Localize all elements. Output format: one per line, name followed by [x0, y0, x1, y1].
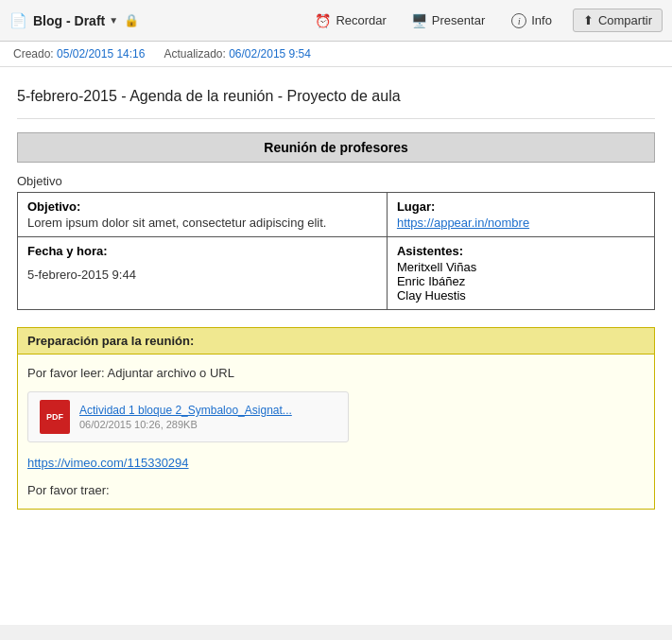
lock-icon: 🔒 [124, 13, 139, 27]
presentar-label: Presentar [432, 13, 485, 27]
lugar-cell: Lugar: https://appear.in/nombre [387, 193, 654, 237]
asistentes-cell-label: Asistentes: [397, 244, 645, 258]
main-content: 5-febrero-2015 - Agenda de la reunión - … [0, 67, 672, 625]
table-row-objetivo-lugar: Objetivo: Lorem ipsum dolor sit amet, co… [18, 193, 655, 237]
attendee-2: Enric Ibáñez [397, 274, 645, 288]
blog-title: Blog - Draft ▼ [33, 13, 118, 28]
created-section: Creado: 05/02/2015 14:16 [13, 47, 145, 61]
toolbar: 📄 Blog - Draft ▼ 🔒 ⏰ Recordar 🖥️ Present… [0, 0, 672, 42]
attendee-3: Clay Huestis [397, 288, 645, 303]
table-row-fecha-asistentes: Fecha y hora: 5-febrero-2015 9:44 Asiste… [18, 237, 655, 310]
presentar-button[interactable]: 🖥️ Presentar [405, 10, 491, 31]
fecha-cell-value: 5-febrero-2015 9:44 [27, 268, 377, 282]
compartir-button[interactable]: ⬆ Compartir [573, 9, 663, 32]
presentar-icon: 🖥️ [411, 13, 427, 28]
prep-section: Preparación para la reunión: Por favor l… [17, 327, 655, 510]
fecha-cell: Fecha y hora: 5-febrero-2015 9:44 [18, 237, 388, 310]
por-favor-traer: Por favor traer: [27, 483, 645, 497]
objetivo-label: Objetivo [17, 174, 655, 188]
updated-section: Actualizado: 06/02/2015 9:54 [164, 47, 310, 61]
info-icon: i [511, 13, 526, 28]
lugar-cell-label: Lugar: [397, 199, 645, 214]
file-info: Actividad 1 bloque 2_Symbaloo_Asignat...… [79, 404, 292, 430]
recordar-label: Recordar [336, 13, 386, 27]
created-label: Creado: [13, 47, 54, 61]
lugar-link[interactable]: https://appear.in/nombre [397, 216, 645, 230]
compartir-icon: ⬆ [583, 13, 594, 27]
attendee-1: Meritxell Viñas [397, 260, 645, 274]
objetivo-cell-value: Lorem ipsum dolor sit amet, consectetur … [27, 216, 377, 230]
pdf-icon: PDF [40, 400, 70, 434]
asistentes-cell: Asistentes: Meritxell Viñas Enric Ibáñez… [387, 237, 654, 310]
prep-body: Por favor leer: Adjuntar archivo o URL P… [18, 355, 654, 509]
info-table: Objetivo: Lorem ipsum dolor sit amet, co… [17, 192, 655, 310]
note-title: 5-febrero-2015 - Agenda de la reunión - … [17, 80, 655, 119]
objetivo-cell-label: Objetivo: [27, 199, 377, 214]
objetivo-cell: Objetivo: Lorem ipsum dolor sit amet, co… [18, 193, 388, 237]
file-name: Actividad 1 bloque 2_Symbaloo_Asignat... [79, 404, 292, 417]
vimeo-link[interactable]: https://vimeo.com/115330294 [27, 456, 645, 470]
prep-text-1: Por favor leer: Adjuntar archivo o URL [27, 366, 645, 380]
updated-label: Actualizado: [164, 47, 225, 61]
section-heading: Reunión de profesores [17, 132, 655, 163]
toolbar-left: 📄 Blog - Draft ▼ 🔒 [9, 12, 294, 29]
info-label: Info [531, 13, 552, 27]
prep-header: Preparación para la reunión: [18, 328, 654, 355]
blog-title-text: Blog - Draft [33, 13, 105, 28]
updated-value: 06/02/2015 9:54 [229, 47, 311, 61]
recordar-icon: ⏰ [315, 13, 331, 28]
compartir-label: Compartir [598, 13, 652, 27]
info-button[interactable]: i Info [504, 10, 560, 31]
attendees-list: Meritxell Viñas Enric Ibáñez Clay Huesti… [397, 260, 645, 303]
recordar-button[interactable]: ⏰ Recordar [309, 10, 391, 31]
created-value: 05/02/2015 14:16 [57, 47, 145, 61]
fecha-cell-label: Fecha y hora: [27, 244, 377, 258]
toolbar-right: ⏰ Recordar 🖥️ Presentar i Info ⬆ Compart… [309, 9, 663, 32]
file-meta: 06/02/2015 10:26, 289KB [79, 419, 292, 430]
file-attachment[interactable]: PDF Actividad 1 bloque 2_Symbaloo_Asigna… [27, 391, 349, 442]
date-bar: Creado: 05/02/2015 14:16 Actualizado: 06… [0, 42, 672, 67]
page-icon: 📄 [9, 12, 27, 29]
dropdown-arrow-icon[interactable]: ▼ [109, 15, 118, 26]
